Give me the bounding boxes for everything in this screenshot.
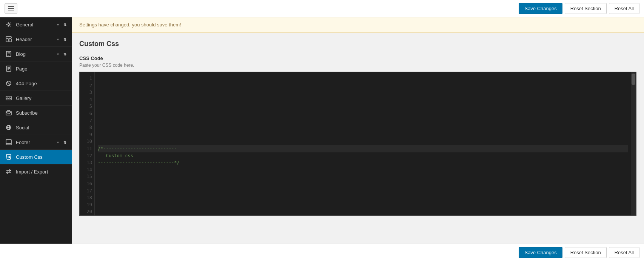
sidebar-label-custom-css: Custom Css <box>16 154 66 160</box>
gear-icon <box>5 21 12 28</box>
sidebar-item-blog[interactable]: Blog▾⇅ <box>0 47 72 61</box>
svg-rect-12 <box>6 111 11 115</box>
svg-rect-2 <box>8 11 14 11</box>
sidebar-label-header: Header <box>16 37 53 42</box>
top-reset-section-button[interactable]: Reset Section <box>565 3 607 14</box>
css-field-label: CSS Code <box>79 55 636 61</box>
sidebar-label-social: Social <box>16 125 66 130</box>
chevron-down-icon: ▾ <box>57 23 59 27</box>
sidebar-label-404page: 404 Page <box>16 81 66 86</box>
sidebar-item-footer[interactable]: Footer▾⇅ <box>0 135 72 150</box>
menu-toggle-button[interactable] <box>5 3 17 14</box>
sidebar-item-gallery[interactable]: Gallery <box>0 91 72 106</box>
globe-icon <box>5 124 12 131</box>
sidebar-label-footer: Footer <box>16 140 53 145</box>
code-editor[interactable]: 1234567891011121314151617181920212223242… <box>80 72 636 215</box>
sidebar-item-404page[interactable]: 404 Page <box>0 76 72 91</box>
top-save-changes-button[interactable]: Save Changes <box>519 3 562 14</box>
main-content: Settings have changed, you should save t… <box>72 17 644 244</box>
sidebar-item-page[interactable]: Page <box>0 61 72 76</box>
sidebar-label-gallery: Gallery <box>16 95 66 101</box>
svg-rect-0 <box>8 6 14 7</box>
svg-rect-1 <box>8 8 14 9</box>
css-field-hint: Paste your CSS code here. <box>79 63 636 68</box>
expand-icon: ⇅ <box>63 52 66 56</box>
expand-icon: ⇅ <box>63 37 66 41</box>
svg-rect-4 <box>6 37 11 38</box>
svg-rect-5 <box>6 39 8 42</box>
scrollbar-thumb[interactable] <box>632 74 635 85</box>
warning-banner: Settings have changed, you should save t… <box>72 17 644 32</box>
chevron-down-icon: ▾ <box>57 37 59 41</box>
sidebar-item-general[interactable]: General▾⇅ <box>0 17 72 32</box>
transfer-icon <box>5 168 12 175</box>
document-icon <box>5 51 12 57</box>
sidebar-item-social[interactable]: Social <box>0 120 72 135</box>
sidebar-item-subscribe[interactable]: Subscribe <box>0 106 72 120</box>
code-editor-wrapper: 1234567891011121314151617181920212223242… <box>79 72 636 216</box>
bottom-save-changes-button[interactable]: Save Changes <box>519 247 562 258</box>
warning-text: Settings have changed, you should save t… <box>79 22 181 28</box>
layout-icon <box>5 36 12 43</box>
svg-rect-6 <box>9 39 11 42</box>
sidebar-label-import-export: Import / Export <box>16 169 66 175</box>
content-area: Custom Css CSS Code Paste your CSS code … <box>72 32 644 244</box>
chevron-down-icon: ▾ <box>57 140 59 144</box>
sidebar-label-blog: Blog <box>16 51 53 57</box>
sidebar-item-custom-css[interactable]: Custom Css <box>0 150 72 164</box>
code-content[interactable]: /*--------------------------- Custom css… <box>95 72 631 215</box>
bottom-toolbar: Save Changes Reset Section Reset All <box>0 244 644 261</box>
sidebar-item-import-export[interactable]: Import / Export <box>0 164 72 179</box>
expand-icon: ⇅ <box>63 140 66 144</box>
menu-icon <box>8 6 14 11</box>
subscribe-icon <box>5 109 12 116</box>
chevron-down-icon: ▾ <box>57 52 59 56</box>
top-toolbar: Save Changes Reset Section Reset All <box>0 0 644 17</box>
svg-rect-14 <box>6 140 11 145</box>
footer-icon <box>5 139 12 146</box>
line-numbers: 1234567891011121314151617181920212223242… <box>80 72 95 215</box>
ban-icon <box>5 80 12 87</box>
svg-point-3 <box>8 24 10 26</box>
sidebar-label-subscribe: Subscribe <box>16 110 66 116</box>
sidebar: General▾⇅Header▾⇅Blog▾⇅Page404 PageGalle… <box>0 17 72 244</box>
css-icon <box>5 154 12 160</box>
bottom-reset-all-button[interactable]: Reset All <box>609 247 639 258</box>
expand-icon: ⇅ <box>63 23 66 27</box>
sidebar-label-page: Page <box>16 66 66 72</box>
bottom-reset-section-button[interactable]: Reset Section <box>565 247 607 258</box>
vertical-scrollbar[interactable] <box>631 72 636 215</box>
sidebar-item-header[interactable]: Header▾⇅ <box>0 32 72 47</box>
top-reset-all-button[interactable]: Reset All <box>609 3 639 14</box>
section-title: Custom Css <box>79 40 636 48</box>
gallery-icon <box>5 95 12 101</box>
sidebar-label-general: General <box>16 22 53 28</box>
page-icon <box>5 65 12 72</box>
main-layout: General▾⇅Header▾⇅Blog▾⇅Page404 PageGalle… <box>0 17 644 244</box>
